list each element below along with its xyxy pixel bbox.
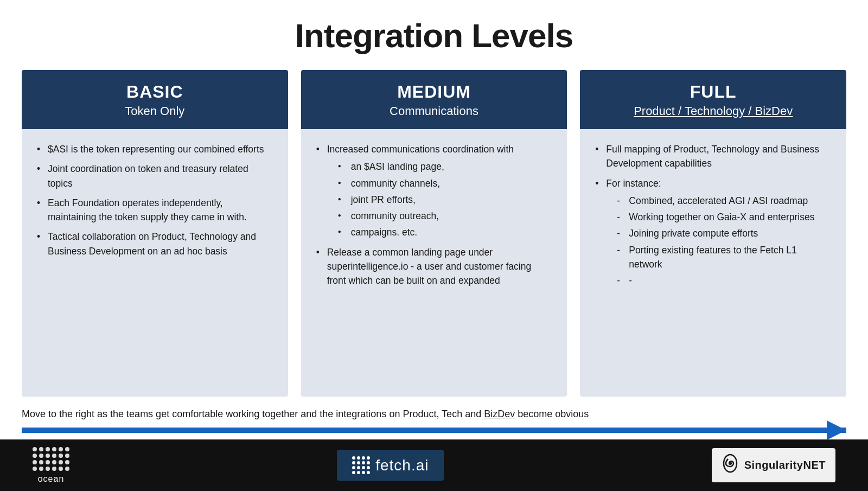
full-level-subtitle: Product / Technology / BizDev	[589, 104, 838, 118]
svg-point-0	[729, 462, 732, 465]
medium-level-title: MEDIUM	[310, 82, 559, 102]
ocean-dot	[46, 447, 50, 451]
ocean-dot	[65, 460, 69, 464]
list-item: Combined, accelerated AGI / ASI roadmap	[617, 194, 831, 208]
ocean-dot	[65, 454, 69, 458]
ocean-dots-icon	[33, 447, 69, 471]
singularity-icon	[722, 454, 739, 477]
card-basic: BASIC Token Only $ASI is the token repre…	[22, 70, 288, 397]
list-item: Tactical collaboration on Product, Techn…	[37, 229, 273, 258]
ocean-dot	[39, 460, 43, 464]
arrow-container	[22, 424, 846, 436]
singularity-logo: SingularityNET	[712, 448, 835, 482]
list-item: Increased communications coordination wi…	[316, 142, 552, 240]
list-item: Full mapping of Product, Technology and …	[595, 142, 831, 171]
card-medium-body: Increased communications coordination wi…	[301, 129, 567, 397]
list-item: an $ASI landing page,	[338, 160, 552, 174]
ocean-dot	[59, 454, 63, 458]
ocean-dot	[33, 467, 37, 471]
fetch-dot	[367, 456, 370, 460]
footer: ocean fetch.ai	[0, 439, 868, 491]
ocean-dot	[52, 467, 56, 471]
list-item: Release a common landing page under supe…	[316, 245, 552, 288]
list-item: community outreach,	[338, 209, 552, 223]
ocean-dot	[52, 447, 56, 451]
fetch-dot	[362, 456, 365, 460]
card-full-body: Full mapping of Product, Technology and …	[580, 129, 846, 397]
ocean-dot	[33, 460, 37, 464]
bizdev-underline: BizDev	[755, 104, 793, 118]
arrow-line	[22, 428, 846, 433]
list-item: joint PR efforts,	[338, 193, 552, 207]
ocean-label: ocean	[38, 474, 65, 484]
ocean-logo: ocean	[33, 447, 69, 484]
fetch-dot	[362, 461, 365, 464]
list-item: $ASI is the token representing our combi…	[37, 142, 273, 156]
list-item: For instance: Combined, accelerated AGI …	[595, 176, 831, 288]
card-medium: MEDIUM Communications Increased communic…	[301, 70, 567, 397]
ocean-dot	[33, 447, 37, 451]
fetch-dot	[367, 471, 370, 474]
fetch-dot	[362, 466, 365, 469]
list-item: Working together on Gaia-X and enterpris…	[617, 210, 831, 224]
basic-level-subtitle: Token Only	[30, 104, 279, 118]
fetch-dots-icon	[352, 456, 370, 474]
card-basic-body: $ASI is the token representing our combi…	[22, 129, 288, 397]
fetch-dot	[352, 471, 355, 474]
list-item: Each Foundation operates independently, …	[37, 196, 273, 225]
ocean-dot	[65, 467, 69, 471]
ocean-dot	[59, 460, 63, 464]
fetch-dot	[352, 461, 355, 464]
card-basic-header: BASIC Token Only	[22, 70, 288, 129]
ocean-dot	[46, 467, 50, 471]
ocean-dot	[59, 467, 63, 471]
basic-level-title: BASIC	[30, 82, 279, 102]
ocean-dot	[39, 447, 43, 451]
list-item: Porting existing features to the Fetch L…	[617, 243, 831, 272]
fetch-dot	[357, 471, 360, 474]
fetch-dot	[352, 456, 355, 460]
list-item: Joint coordination on token and treasury…	[37, 162, 273, 190]
full-bullet-list: Full mapping of Product, Technology and …	[595, 142, 831, 288]
ocean-dot	[33, 454, 37, 458]
full-dash-list: Combined, accelerated AGI / ASI roadmap …	[617, 194, 831, 288]
full-level-title: FULL	[589, 82, 838, 102]
arrow-section: Move to the right as the teams get comfo…	[0, 402, 868, 439]
fetch-dot	[357, 461, 360, 464]
card-medium-header: MEDIUM Communications	[301, 70, 567, 129]
medium-bullet-list: Increased communications coordination wi…	[316, 142, 552, 288]
ocean-dot	[65, 447, 69, 451]
ocean-dot	[39, 467, 43, 471]
singularity-label: SingularityNET	[744, 459, 826, 471]
main-content: Integration Levels BASIC Token Only $ASI…	[0, 0, 868, 402]
fetch-dot	[357, 466, 360, 469]
ocean-dot	[46, 460, 50, 464]
medium-level-subtitle: Communications	[310, 104, 559, 118]
fetch-dot	[367, 466, 370, 469]
basic-bullet-list: $ASI is the token representing our combi…	[37, 142, 273, 258]
ocean-dot	[39, 454, 43, 458]
fetch-dot	[367, 461, 370, 464]
ocean-dot	[59, 447, 63, 451]
fetch-label: fetch.ai	[375, 457, 429, 474]
list-item: Joining private compute efforts	[617, 226, 831, 240]
fetch-logo: fetch.ai	[337, 450, 444, 481]
bizdev-arrow-underline: BizDev	[484, 409, 515, 419]
card-full: FULL Product / Technology / BizDev Full …	[580, 70, 846, 397]
fetch-dot	[362, 471, 365, 474]
arrow-head	[827, 420, 846, 440]
list-item: -	[617, 273, 831, 288]
list-item: community channels,	[338, 176, 552, 190]
arrow-text: Move to the right as the teams get comfo…	[22, 409, 846, 420]
fetch-dot	[357, 456, 360, 460]
medium-sub-list: an $ASI landing page, community channels…	[338, 160, 552, 239]
ocean-dot	[46, 454, 50, 458]
ocean-dot	[52, 460, 56, 464]
page-title: Integration Levels	[22, 16, 846, 55]
cards-row: BASIC Token Only $ASI is the token repre…	[22, 70, 846, 397]
card-full-header: FULL Product / Technology / BizDev	[580, 70, 846, 129]
fetch-dot	[352, 466, 355, 469]
ocean-dot	[52, 454, 56, 458]
list-item: campaigns. etc.	[338, 225, 552, 239]
